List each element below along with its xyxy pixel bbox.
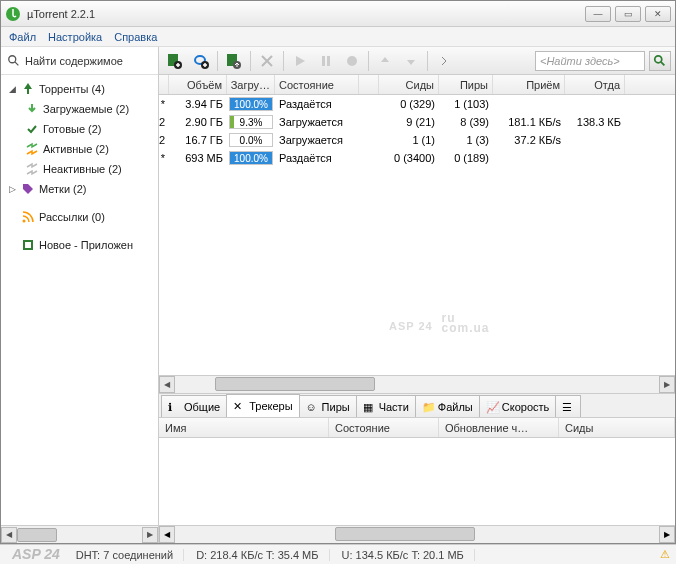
col-upload[interactable]: Отда xyxy=(565,75,625,94)
table-row[interactable]: 22.90 ГБ9.3%Загружается9 (21)8 (39)181.1… xyxy=(159,113,675,131)
sidebar-item-torrents[interactable]: ◢ Торренты (4) xyxy=(3,79,156,99)
files-icon: 📁 xyxy=(422,401,434,413)
pause-button[interactable] xyxy=(314,49,338,73)
sidebar-tree: ◢ Торренты (4) Загружаемые (2) Готовые (… xyxy=(1,75,158,525)
detail-body xyxy=(159,438,675,525)
maximize-button[interactable]: ▭ xyxy=(615,6,641,22)
scroll-left-icon[interactable]: ◀ xyxy=(159,376,175,393)
sidebar-hscroll[interactable]: ◀ ▶ xyxy=(1,525,158,543)
sidebar-item-labels[interactable]: ▷ Метки (2) xyxy=(3,179,156,199)
col-download[interactable]: Приём xyxy=(493,75,565,94)
row-progress: 100.0% xyxy=(227,151,275,165)
tab-general[interactable]: ℹОбщие xyxy=(161,395,227,417)
add-torrent-button[interactable] xyxy=(163,49,187,73)
stop-button[interactable] xyxy=(340,49,364,73)
col-seeds[interactable]: Сиды xyxy=(379,75,439,94)
menu-file[interactable]: Файл xyxy=(9,31,36,43)
row-progress: 100.0% xyxy=(227,97,275,111)
tab-files[interactable]: 📁Файлы xyxy=(415,395,480,417)
sidebar: Найти содержимое ◢ Торренты (4) Загружае… xyxy=(1,47,159,543)
label-icon xyxy=(21,182,35,196)
toolbar-search-input[interactable]: <Найти здесь> xyxy=(535,51,645,71)
sidebar-item-label: Новое - Приложен xyxy=(39,239,133,251)
detail-tabs: ℹОбщие ✕Трекеры ☺Пиры ▦Части 📁Файлы 📈Ско… xyxy=(159,394,675,418)
tab-pieces[interactable]: ▦Части xyxy=(356,395,416,417)
dcol-update[interactable]: Обновление ч… xyxy=(439,418,559,437)
col-state[interactable]: Состояние xyxy=(275,75,359,94)
sidebar-item-inactive[interactable]: Неактивные (2) xyxy=(3,159,156,179)
table-row[interactable]: 216.7 ГБ0.0%Загружается1 (1)1 (3)37.2 КБ… xyxy=(159,131,675,149)
sidebar-item-feeds[interactable]: Рассылки (0) xyxy=(3,207,156,227)
row-mark: 2 xyxy=(159,116,169,128)
status-download: D: 218.4 КБ/с T: 35.4 МБ xyxy=(196,549,329,561)
chevron-right-icon[interactable] xyxy=(432,49,456,73)
active-icon xyxy=(25,142,39,156)
scroll-right-icon[interactable]: ▶ xyxy=(659,376,675,393)
app-icon xyxy=(5,6,21,22)
start-button[interactable] xyxy=(288,49,312,73)
row-state: Загружается xyxy=(275,134,359,146)
sidebar-item-label: Активные (2) xyxy=(43,143,109,155)
statusbar: ASP 24 DHT: 7 соединений D: 218.4 КБ/с T… xyxy=(0,544,676,564)
tab-speed[interactable]: 📈Скорость xyxy=(479,395,557,417)
scroll-thumb[interactable] xyxy=(215,377,375,391)
minimize-button[interactable]: — xyxy=(585,6,611,22)
sidebar-item-label: Метки (2) xyxy=(39,183,87,195)
scroll-thumb[interactable] xyxy=(17,528,57,542)
tab-more[interactable]: ☰ xyxy=(555,395,581,417)
table-row[interactable]: *693 МБ100.0%Раздаётся0 (3400)0 (189) xyxy=(159,149,675,167)
svg-point-16 xyxy=(655,55,662,62)
torrents-icon xyxy=(21,82,35,96)
sidebar-item-apps[interactable]: Новое - Приложен xyxy=(3,235,156,255)
dcol-seeds[interactable]: Сиды xyxy=(559,418,675,437)
svg-rect-6 xyxy=(25,242,31,248)
detail-hscroll[interactable]: ◀ ▶ xyxy=(159,525,675,543)
row-state: Загружается xyxy=(275,116,359,128)
col-blank[interactable] xyxy=(359,75,379,94)
sidebar-item-active[interactable]: Активные (2) xyxy=(3,139,156,159)
dcol-state[interactable]: Состояние xyxy=(329,418,439,437)
row-seeds: 9 (21) xyxy=(379,116,439,128)
scroll-right-icon[interactable]: ▶ xyxy=(659,526,675,543)
sidebar-item-downloading[interactable]: Загружаемые (2) xyxy=(3,99,156,119)
svg-point-15 xyxy=(347,56,357,66)
menu-options[interactable]: Настройка xyxy=(48,31,102,43)
col-mark[interactable] xyxy=(159,75,169,94)
toolbar-search-go[interactable] xyxy=(649,51,671,71)
add-url-button[interactable] xyxy=(189,49,213,73)
scroll-left-icon[interactable]: ◀ xyxy=(159,526,175,543)
create-torrent-button[interactable] xyxy=(222,49,246,73)
close-button[interactable]: ✕ xyxy=(645,6,671,22)
trackers-icon: ✕ xyxy=(233,400,245,412)
sidebar-search[interactable]: Найти содержимое xyxy=(1,47,158,75)
remove-button[interactable] xyxy=(255,49,279,73)
sidebar-item-completed[interactable]: Готовые (2) xyxy=(3,119,156,139)
dcol-name[interactable]: Имя xyxy=(159,418,329,437)
more-icon: ☰ xyxy=(562,401,574,413)
row-size: 16.7 ГБ xyxy=(169,134,227,146)
inactive-icon xyxy=(25,162,39,176)
row-peers: 1 (3) xyxy=(439,134,493,146)
grid-header: Объём Загру… Состояние Сиды Пиры Приём О… xyxy=(159,75,675,95)
app-window: µTorrent 2.2.1 — ▭ ✕ Файл Настройка Спра… xyxy=(0,0,676,544)
scroll-left-icon[interactable]: ◀ xyxy=(1,527,17,543)
row-dl: 37.2 КБ/s xyxy=(493,134,565,146)
col-peers[interactable]: Пиры xyxy=(439,75,493,94)
svg-line-17 xyxy=(661,61,665,65)
expand-icon[interactable]: ◢ xyxy=(7,84,17,94)
table-row[interactable]: *3.94 ГБ100.0%Раздаётся0 (329)1 (103) xyxy=(159,95,675,113)
grid-hscroll[interactable]: ◀ ▶ xyxy=(159,375,675,393)
col-progress[interactable]: Загру… xyxy=(227,75,275,94)
scroll-right-icon[interactable]: ▶ xyxy=(142,527,158,543)
tab-trackers[interactable]: ✕Трекеры xyxy=(226,394,299,417)
menu-help[interactable]: Справка xyxy=(114,31,157,43)
tab-peers[interactable]: ☺Пиры xyxy=(299,395,357,417)
move-up-button[interactable] xyxy=(373,49,397,73)
row-ul: 138.3 КБ xyxy=(565,116,625,128)
col-size[interactable]: Объём xyxy=(169,75,227,94)
scroll-thumb[interactable] xyxy=(335,527,475,541)
window-title: µTorrent 2.2.1 xyxy=(27,8,585,20)
move-down-button[interactable] xyxy=(399,49,423,73)
toolbar: <Найти здесь> xyxy=(159,47,675,75)
expand-icon[interactable]: ▷ xyxy=(7,184,17,194)
